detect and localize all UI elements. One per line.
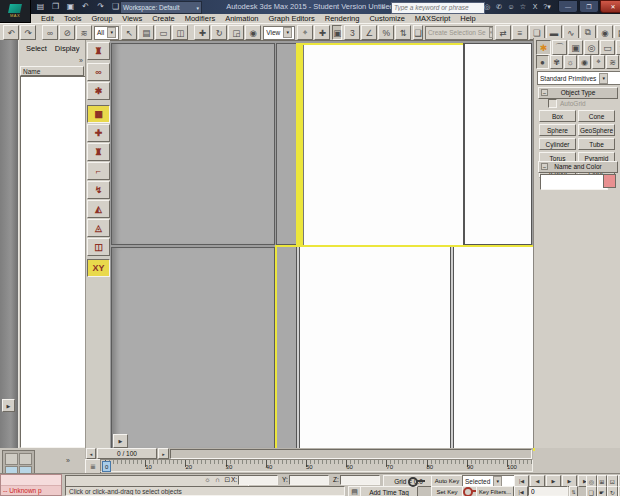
shapes-icon[interactable]: ✾ bbox=[550, 55, 563, 69]
time-slider-left-arrow[interactable]: ◂ bbox=[86, 448, 96, 459]
isolate-selection-icon[interactable]: ☼ bbox=[203, 475, 212, 484]
primitive-button[interactable]: Cylinder bbox=[539, 138, 576, 150]
display-pairs-icon[interactable]: ◫ bbox=[87, 238, 110, 256]
coord-x-field[interactable] bbox=[238, 475, 278, 485]
save-file-icon[interactable]: ▣ bbox=[64, 1, 77, 12]
name-and-color-rollout[interactable]: − Name and Color bbox=[538, 161, 618, 173]
scene-explorer-list[interactable] bbox=[20, 76, 86, 448]
coord-z-field[interactable] bbox=[340, 475, 380, 485]
panel-scroll-arrow[interactable]: ▶ bbox=[2, 399, 15, 412]
orbit-icon[interactable]: ↻ bbox=[607, 486, 618, 496]
helpers-icon[interactable]: ⌖ bbox=[592, 55, 605, 69]
spinner-snap-icon[interactable]: ⇅ bbox=[395, 25, 411, 40]
viewport-bottom-right-active[interactable] bbox=[275, 245, 535, 451]
primitive-button[interactable]: GeoSphere bbox=[578, 124, 615, 136]
lights-icon[interactable]: ☼ bbox=[564, 55, 577, 69]
name-column-header[interactable]: Name bbox=[20, 66, 84, 76]
geometry-icon[interactable]: ● bbox=[536, 55, 549, 69]
select-object-icon[interactable]: ↖ bbox=[121, 25, 137, 40]
pan-icon[interactable]: ☛ bbox=[597, 486, 608, 496]
menu-overflow-chevron[interactable]: » bbox=[79, 57, 83, 64]
display-modifiers-icon[interactable]: ⌐ bbox=[87, 162, 110, 180]
add-objects-icon[interactable]: ✚ bbox=[87, 124, 110, 142]
display-objects-icon[interactable]: ▦ bbox=[87, 105, 110, 123]
select-by-name-icon[interactable]: ▤ bbox=[138, 25, 154, 40]
object-type-rollout[interactable]: − Object Type bbox=[538, 87, 618, 99]
keyboard-shortcut-override-icon[interactable]: ▣ bbox=[332, 25, 342, 40]
reference-coordinate-dropdown[interactable]: View ▾ bbox=[263, 26, 295, 40]
modify-tab-icon[interactable]: ⌒ bbox=[552, 40, 567, 55]
scene-explorer-menu-item[interactable]: Display bbox=[55, 44, 80, 53]
communication-center-icon[interactable]: ✆ bbox=[494, 1, 504, 12]
display-materials-icon[interactable]: ◭ bbox=[87, 200, 110, 218]
set-key-icon[interactable] bbox=[462, 486, 477, 496]
menu-item[interactable]: Views bbox=[117, 14, 147, 23]
bind-to-space-warp-icon[interactable]: ≋ bbox=[76, 25, 92, 40]
exchange-apps-icon[interactable]: X bbox=[530, 1, 540, 12]
time-slider-handle[interactable]: 0 / 100 bbox=[97, 448, 157, 459]
primitive-button[interactable]: Tube bbox=[578, 138, 615, 150]
collapse-icon[interactable]: − bbox=[541, 163, 548, 170]
selection-filter-dropdown[interactable]: All ▾ bbox=[94, 26, 119, 40]
close-button[interactable]: ✕ bbox=[600, 0, 620, 13]
help-icon[interactable]: ?▾ bbox=[542, 1, 552, 12]
display-cones-icon[interactable]: ◬ bbox=[87, 219, 110, 237]
viewport-pane[interactable] bbox=[454, 247, 533, 449]
scene-explorer-menu-item[interactable]: Select bbox=[26, 44, 47, 53]
display-hierarchy-icon[interactable]: ♜ bbox=[87, 42, 110, 60]
favorites-star-icon[interactable]: ☆ bbox=[518, 1, 528, 12]
percent-snap-icon[interactable]: % bbox=[378, 25, 394, 40]
mini-curve-editor-icon[interactable]: ≣ bbox=[85, 459, 101, 474]
display-tab-icon[interactable]: ▭ bbox=[600, 40, 615, 55]
window-crossing-icon[interactable]: ◫ bbox=[172, 25, 188, 40]
rectangular-selection-region-icon[interactable]: ▭ bbox=[155, 25, 171, 40]
menu-item[interactable]: Customize bbox=[364, 14, 409, 23]
select-and-scale-icon[interactable]: ◲ bbox=[228, 25, 244, 40]
align-icon[interactable]: ≡ bbox=[512, 25, 528, 40]
coord-y-field[interactable] bbox=[289, 475, 329, 485]
utilities-tab-icon[interactable]: ⚒ bbox=[616, 40, 620, 55]
edit-named-selection-sets-icon[interactable]: ❑ bbox=[413, 25, 423, 40]
undo-icon[interactable]: ↶ bbox=[79, 1, 92, 12]
select-and-manipulate-icon[interactable]: ✚ bbox=[314, 25, 330, 40]
menu-item[interactable]: Create bbox=[147, 14, 180, 23]
object-color-swatch[interactable] bbox=[603, 174, 616, 188]
menu-item[interactable]: MAXScript bbox=[410, 14, 455, 23]
primitive-button[interactable]: Box bbox=[539, 110, 576, 122]
open-file-icon[interactable]: ❐ bbox=[49, 1, 62, 12]
display-dependencies-icon[interactable]: ✱ bbox=[87, 82, 110, 100]
redo-icon[interactable]: ↷ bbox=[94, 1, 107, 12]
menu-item[interactable]: Group bbox=[86, 14, 117, 23]
object-name-field[interactable] bbox=[540, 174, 608, 190]
unlink-selection-icon[interactable]: ⊘ bbox=[59, 25, 75, 40]
display-links-icon[interactable]: ∞ bbox=[87, 63, 110, 81]
autogrid-checkbox[interactable] bbox=[548, 99, 557, 108]
key-mode-toggle-icon[interactable]: |◀ bbox=[514, 486, 528, 496]
menu-item[interactable]: Animation bbox=[220, 14, 263, 23]
snaps-toggle-3d-icon[interactable]: 3 bbox=[344, 25, 360, 40]
track-bar-ruler[interactable]: 0102030405060708090100 bbox=[100, 459, 533, 472]
selection-lock-icon[interactable]: ∩ bbox=[213, 475, 222, 484]
viewport-pane[interactable] bbox=[300, 247, 450, 449]
minimize-button[interactable]: — bbox=[558, 0, 578, 13]
motion-tab-icon[interactable]: ◎ bbox=[584, 40, 599, 55]
select-and-place-icon[interactable]: ◉ bbox=[245, 25, 261, 40]
time-slider-right-arrow[interactable]: ▸ bbox=[158, 448, 169, 459]
undo-icon[interactable]: ↶ bbox=[3, 25, 19, 40]
menu-item[interactable]: Tools bbox=[59, 14, 87, 23]
select-and-move-icon[interactable]: ✚ bbox=[194, 25, 210, 40]
menu-item[interactable]: Graph Editors bbox=[264, 14, 320, 23]
scene-explorer-overflow-chevron[interactable]: » bbox=[66, 457, 70, 464]
set-key-button[interactable]: Set Key bbox=[431, 486, 463, 496]
menu-item[interactable]: Help bbox=[455, 14, 480, 23]
sign-in-icon[interactable]: ☺ bbox=[506, 1, 516, 12]
workspace-dropdown[interactable]: Workspace: Default ▾ bbox=[120, 1, 202, 14]
create-tab-icon[interactable]: ✱ bbox=[536, 40, 551, 55]
viewport-top-right[interactable] bbox=[463, 43, 532, 245]
viewport-top-center-active[interactable] bbox=[296, 43, 470, 248]
menu-item[interactable]: Modifiers bbox=[180, 14, 220, 23]
set-keys-key-icon[interactable] bbox=[408, 477, 429, 494]
primitive-category-dropdown[interactable]: Standard Primitives ▾ bbox=[537, 71, 620, 85]
app-logo[interactable]: MAX bbox=[0, 0, 31, 23]
restore-button[interactable]: ❐ bbox=[579, 0, 599, 13]
